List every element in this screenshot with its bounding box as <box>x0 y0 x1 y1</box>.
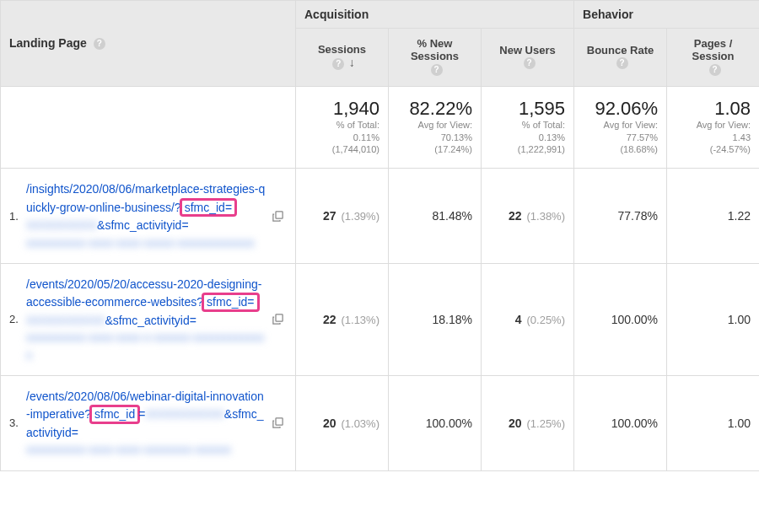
col-group-behavior: Behavior <box>574 1 759 29</box>
row-index: 1. <box>9 180 26 251</box>
pct-new-sessions-cell: 18.18% <box>389 263 482 375</box>
pages-per-session-cell: 1.00 <box>667 263 759 375</box>
pct-new-sessions-cell: 81.48% <box>389 169 482 264</box>
highlight-sfmc-id: sfmc_id= <box>180 198 237 218</box>
new-users-cell: 22(1.38%) <box>482 169 574 264</box>
redacted-text: XXXXXXXXXX <box>145 406 223 422</box>
help-icon[interactable]: ? <box>616 57 628 69</box>
bounce-rate-cell: 77.78% <box>574 169 667 264</box>
redacted-text: XXXXXXXXXX <box>26 312 105 329</box>
col-header-bounce-rate[interactable]: Bounce Rate ? <box>574 29 667 87</box>
open-link-icon[interactable] <box>272 180 287 251</box>
col-header-pages-per-session[interactable]: Pages / Session ? <box>667 29 759 87</box>
bounce-rate-cell: 100.00% <box>574 375 667 470</box>
row-index: 2. <box>9 276 26 363</box>
sessions-cell: 22(1.13%) <box>296 263 389 375</box>
col-group-acquisition: Acquisition <box>296 1 574 29</box>
col-header-new-users[interactable]: New Users ? <box>482 29 574 87</box>
pct-new-sessions-cell: 100.00% <box>389 375 482 470</box>
help-icon[interactable]: ? <box>94 38 105 50</box>
open-link-icon[interactable] <box>272 388 287 459</box>
svg-rect-0 <box>276 212 283 218</box>
sessions-cell: 27(1.39%) <box>296 169 389 264</box>
landing-page-cell: 2. /events/2020/05/20/accessu-2020-desig… <box>1 263 296 375</box>
landing-page-link[interactable]: /insights/2020/08/06/marketplace-strateg… <box>26 180 272 251</box>
open-link-icon[interactable] <box>272 276 287 363</box>
help-icon[interactable]: ? <box>332 58 344 70</box>
summary-row: 1,940 % of Total: 0.11% (1,744,010) 82.2… <box>1 86 760 169</box>
table-row: 1. /insights/2020/08/06/marketplace-stra… <box>1 169 760 264</box>
landing-page-cell: 1. /insights/2020/08/06/marketplace-stra… <box>1 169 296 264</box>
bounce-rate-cell: 100.00% <box>574 263 667 375</box>
landing-page-link[interactable]: /events/2020/05/20/accessu-2020-designin… <box>26 276 272 363</box>
col-header-label: Landing Page <box>9 36 87 50</box>
redacted-text: xxxxxxxxxx-xxxx-xxxx-xxxxxxxx-xxxxxx <box>26 441 231 458</box>
summary-new-users: 1,595 % of Total: 0.13% (1,222,991) <box>482 86 574 169</box>
help-icon[interactable]: ? <box>431 64 443 76</box>
sessions-cell: 20(1.03%) <box>296 375 389 470</box>
help-icon[interactable]: ? <box>709 64 721 76</box>
landing-page-cell: 3. /events/2020/08/06/webinar-digital-in… <box>1 375 296 470</box>
summary-sessions: 1,940 % of Total: 0.11% (1,744,010) <box>296 86 389 169</box>
new-users-cell: 4(0.25%) <box>482 263 574 375</box>
table-row: 3. /events/2020/08/06/webinar-digital-in… <box>1 375 760 470</box>
redacted-text: xxxxxxxxxx-xxxx-xxxx-xxxxx-xxxxxxxxxxxxx <box>26 234 255 251</box>
help-icon[interactable]: ? <box>524 57 536 69</box>
redacted-text: xxxxxxxxxx-xxxx-xxxx-x-xxxxxx-xxxxxxxxxx… <box>26 329 266 363</box>
svg-rect-1 <box>276 314 283 321</box>
pages-per-session-cell: 1.22 <box>667 169 759 264</box>
highlight-sfmc-id: sfmc_id= <box>202 293 259 312</box>
sort-desc-icon: ↓ <box>349 56 355 69</box>
summary-bounce-rate: 92.06% Avg for View: 77.57% (18.68%) <box>574 86 667 169</box>
col-header-sessions[interactable]: Sessions ? ↓ <box>296 29 389 87</box>
new-users-cell: 20(1.25%) <box>482 375 574 470</box>
summary-pct-new-sessions: 82.22% Avg for View: 70.13% (17.24%) <box>389 86 482 169</box>
landing-page-report-table: Landing Page ? Acquisition Behavior Sess… <box>0 0 759 471</box>
col-header-pct-new-sessions[interactable]: % New Sessions ? <box>389 29 482 87</box>
table-row: 2. /events/2020/05/20/accessu-2020-desig… <box>1 263 760 375</box>
row-index: 3. <box>9 388 26 459</box>
landing-page-link[interactable]: /events/2020/08/06/webinar-digital-innov… <box>26 388 272 459</box>
redacted-text: XXXXXXXXX <box>26 217 97 234</box>
summary-pages-per-session: 1.08 Avg for View: 1.43 (-24.57%) <box>667 86 759 169</box>
pages-per-session-cell: 1.00 <box>667 375 759 470</box>
col-header-landing-page[interactable]: Landing Page ? <box>1 1 296 87</box>
highlight-sfmc-id: sfmc_id <box>89 405 140 424</box>
svg-rect-2 <box>276 418 283 425</box>
